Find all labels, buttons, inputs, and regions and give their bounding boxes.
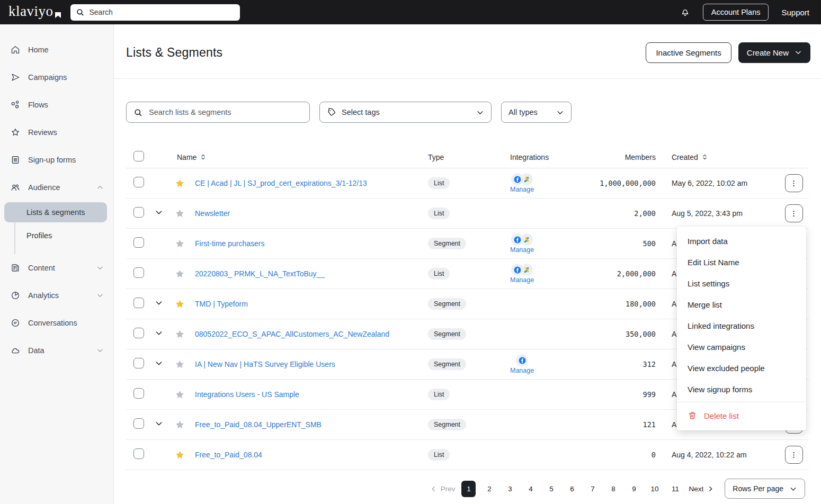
pagination-page-10[interactable]: 10 xyxy=(647,481,662,497)
pagination-page-4[interactable]: 4 xyxy=(523,481,538,497)
row-name-link[interactable]: Newsletter xyxy=(191,209,424,218)
row-expand-button[interactable] xyxy=(149,299,168,309)
menu-item-delete-list[interactable]: Delete list xyxy=(677,404,806,427)
row-checkbox[interactable] xyxy=(133,207,144,218)
sidebar-item-sign-up-forms[interactable]: Sign-up forms xyxy=(0,151,113,168)
column-header-name[interactable]: Name xyxy=(168,153,424,161)
type-badge: Segment xyxy=(428,358,466,370)
row-type-cell: List xyxy=(424,208,506,219)
klaviyo-logo[interactable]: klaviyo xyxy=(8,3,61,22)
row-favorite-star[interactable] xyxy=(168,299,191,310)
sidebar-item-conversations[interactable]: Conversations xyxy=(0,314,113,331)
row-favorite-star[interactable] xyxy=(168,449,191,461)
sidebar-item-content[interactable]: Content xyxy=(0,259,113,276)
sidebar-item-data[interactable]: Data xyxy=(0,342,113,359)
row-favorite-star[interactable] xyxy=(168,359,191,370)
menu-item-edit-list-name[interactable]: Edit List Name xyxy=(677,251,806,273)
row-checkbox[interactable] xyxy=(133,237,144,248)
row-name-link[interactable]: 20220803_ PRMK_L_NA_TextToBuy__ xyxy=(191,269,424,278)
sidebar-item-reviews[interactable]: Reviews xyxy=(0,124,113,141)
row-checkbox[interactable] xyxy=(133,328,144,338)
global-search[interactable] xyxy=(70,4,240,21)
menu-item-view-excluded-people[interactable]: View excluded people xyxy=(677,357,806,379)
row-checkbox[interactable] xyxy=(133,418,144,429)
menu-item-list-settings[interactable]: List settings xyxy=(677,273,806,294)
type-filter-dropdown[interactable]: All types xyxy=(501,102,572,123)
menu-item-view-campaigns[interactable]: View campaigns xyxy=(677,336,806,357)
row-name-link[interactable]: Integrations Users - US Sample xyxy=(191,390,424,399)
pagination-page-9[interactable]: 9 xyxy=(627,481,641,497)
row-favorite-star[interactable] xyxy=(168,238,191,249)
rows-per-page-button[interactable]: Rows Per page xyxy=(725,479,805,499)
row-checkbox[interactable] xyxy=(133,267,144,278)
manage-integrations-link[interactable]: Manage xyxy=(510,233,534,254)
manage-integrations-link[interactable]: Manage xyxy=(510,354,534,374)
trash-icon xyxy=(688,411,697,420)
row-checkbox[interactable] xyxy=(133,388,144,399)
sidebar-item-label: Sign-up forms xyxy=(28,156,76,164)
sidebar-item-campaigns[interactable]: Campaigns xyxy=(0,69,113,86)
row-expand-button[interactable] xyxy=(149,419,168,430)
sidebar-item-analytics[interactable]: Analytics xyxy=(0,287,113,304)
manage-integrations-link[interactable]: Manage xyxy=(510,173,534,193)
page-title: Lists & Segments xyxy=(126,46,222,60)
pagination-page-11[interactable]: 11 xyxy=(668,481,683,497)
menu-item-merge-list[interactable]: Merge list xyxy=(677,294,806,315)
pagination-page-1[interactable]: 1 xyxy=(461,481,476,497)
column-header-created[interactable]: Created xyxy=(657,153,779,161)
support-link[interactable]: Support xyxy=(781,8,809,17)
pagination-page-6[interactable]: 6 xyxy=(565,481,579,497)
row-actions-kebab-button[interactable] xyxy=(785,204,803,222)
select-tags-dropdown[interactable]: Select tags xyxy=(319,102,492,123)
row-favorite-star[interactable] xyxy=(168,329,191,340)
account-plans-button[interactable]: Account Plans xyxy=(703,4,769,21)
menu-item-import-data[interactable]: Import data xyxy=(677,230,806,251)
row-favorite-star[interactable] xyxy=(168,268,191,280)
row-name-link[interactable]: Free_to_Paid_08.04_UpperENT_SMB xyxy=(191,420,424,429)
pagination-page-3[interactable]: 3 xyxy=(503,481,517,497)
sidebar-item-audience[interactable]: Audience xyxy=(0,179,113,196)
row-favorite-star[interactable] xyxy=(168,389,191,400)
manage-label: Manage xyxy=(510,246,534,254)
pagination-page-5[interactable]: 5 xyxy=(544,481,558,497)
row-checkbox[interactable] xyxy=(133,177,144,187)
sidebar-item-flows[interactable]: Flows xyxy=(0,96,113,113)
row-favorite-star[interactable] xyxy=(168,419,191,430)
row-actions-kebab-button[interactable] xyxy=(785,446,803,464)
star-filled-icon xyxy=(174,178,185,189)
row-name-link[interactable]: CE | Acad | JL | SJ_prod_cert_expiration… xyxy=(191,179,424,187)
pagination-page-8[interactable]: 8 xyxy=(606,481,620,497)
menu-item-linked-integrations[interactable]: Linked integrations xyxy=(677,315,806,336)
menu-item-view-signup-forms[interactable]: View signup forms xyxy=(677,379,806,400)
row-favorite-star[interactable] xyxy=(168,178,191,189)
notifications-button[interactable] xyxy=(680,7,690,17)
row-name-link[interactable]: Free_to_Paid_08.04 xyxy=(191,451,424,459)
row-expand-button[interactable] xyxy=(149,208,168,219)
column-header-members: Members xyxy=(585,153,657,161)
row-actions-kebab-button[interactable] xyxy=(785,174,803,192)
inactive-segments-button[interactable]: Inactive Segments xyxy=(646,42,731,63)
create-new-button[interactable]: Create New xyxy=(738,42,810,63)
select-all-checkbox[interactable] xyxy=(133,151,144,161)
row-checkbox[interactable] xyxy=(133,358,144,368)
pagination-page-2[interactable]: 2 xyxy=(482,481,496,497)
sidebar-subitem-lists-segments[interactable]: Lists & segments xyxy=(4,202,107,222)
row-checkbox[interactable] xyxy=(133,298,144,308)
row-name-link[interactable]: IA | New Nav | HaTS Survey Eligible User… xyxy=(191,360,424,368)
row-checkbox[interactable] xyxy=(133,448,144,459)
row-name-link[interactable]: First-time purchasers xyxy=(191,239,424,248)
row-name-link[interactable]: TMD | Typeform xyxy=(191,300,424,308)
sidebar-subitem-profiles[interactable]: Profiles xyxy=(4,226,107,246)
manage-integrations-link[interactable]: Manage xyxy=(510,264,534,284)
list-search-box[interactable] xyxy=(126,102,310,123)
list-search-input[interactable] xyxy=(148,107,302,117)
sidebar-item-home[interactable]: Home xyxy=(0,41,113,58)
row-expand-button[interactable] xyxy=(149,359,168,370)
pagination-prev-button[interactable]: Prev xyxy=(427,485,459,493)
row-expand-button[interactable] xyxy=(149,329,168,339)
pagination-page-7[interactable]: 7 xyxy=(585,481,600,497)
global-search-input[interactable] xyxy=(88,7,235,17)
row-favorite-star[interactable] xyxy=(168,208,191,219)
row-name-link[interactable]: 08052022_ECO_S_APAC_AllCustomers_AC_NewZ… xyxy=(191,330,424,338)
pagination-next-button[interactable]: Next xyxy=(686,485,718,493)
